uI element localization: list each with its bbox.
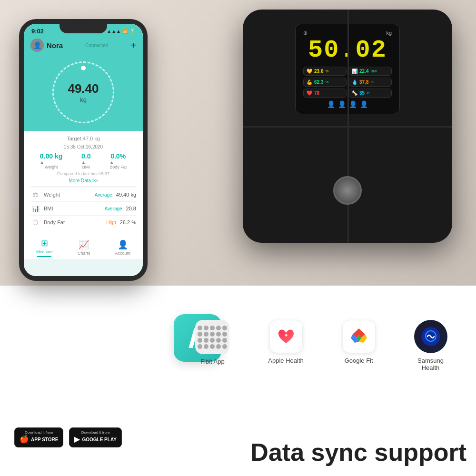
fibit-dot — [198, 344, 202, 349]
weight-row-name: Weight — [44, 192, 91, 198]
scale-metric-fat: 💛 23.6 % — [303, 67, 347, 76]
heart-value: 78 — [314, 90, 319, 96]
target-label: Target:47.0 kg — [30, 136, 136, 141]
app-store-badge[interactable]: Download it from 🍎 APP STORE — [14, 427, 63, 447]
google-play-name: GOOGLE PLAY — [82, 437, 116, 442]
google-play-badge[interactable]: Download it from ▶ GOOGLE PLAY — [69, 427, 121, 447]
scale-people-row: 👤 👤 👤 👤 — [303, 100, 392, 108]
stat-weight-value: 0.00 kg — [40, 152, 62, 160]
stat-bodyfat-change: ▲ — [109, 160, 127, 165]
stat-weight-change: ▲ — [40, 160, 62, 165]
water-unit: lb — [370, 80, 373, 84]
muscle-value: 62.3 — [314, 79, 323, 85]
metric-row-bodyfat: ⬡ Body Fat High 26.2 % — [30, 215, 136, 229]
fat-icon: 💛 — [307, 69, 312, 74]
scale-metric-bone: 🦴 35 lb — [348, 89, 392, 98]
google-fit-label: Google Fit — [345, 357, 373, 364]
water-icon: 💧 — [352, 79, 357, 85]
fibit-dot — [216, 332, 221, 337]
bmi-icon: 📊 — [352, 69, 357, 74]
bodyfat-row-status: High — [106, 220, 116, 225]
connected-label: Connected — [63, 43, 130, 48]
water-value: 37.8 — [359, 79, 368, 85]
bodyfat-row-value: 26.2 % — [120, 219, 136, 225]
nav-charts[interactable]: 📈 Charts — [78, 239, 90, 256]
status-time: 9:02 — [31, 28, 44, 35]
fibit-dot — [204, 326, 208, 330]
metric-row-bmi: 📊 BMI Average 20.8 — [30, 201, 136, 215]
phone-screen: 9:02 ▲▲▲ 📶 🔋 👤 Nora Connected + — [24, 24, 143, 276]
scale-bluetooth-icon: ⊕ — [303, 30, 307, 36]
stat-bodyfat-value: 0.0% — [109, 152, 127, 160]
google-play-prefix: Download it from — [81, 430, 110, 435]
weight-circle: 49.40 kg — [52, 61, 114, 123]
measure-nav-icon: ⊞ — [41, 238, 48, 248]
fibit-dot — [210, 338, 215, 343]
person-icon-2: 👤 — [338, 100, 346, 108]
nav-account[interactable]: 👤 Account — [115, 239, 130, 256]
google-play-icon: ▶ — [74, 435, 80, 444]
samsung-health-icon — [414, 320, 447, 353]
samsung-health-svg — [420, 326, 441, 347]
fibit-dot — [222, 344, 227, 349]
metric-row-weight: ⚖ Weight Average 49.40 kg — [30, 188, 136, 201]
stat-weight-label: Weight — [40, 165, 62, 169]
fibit-dot — [198, 338, 202, 343]
scale-metric-muscle: 💪 62.3 % — [303, 78, 347, 87]
person-icon-1: 👤 — [327, 100, 335, 108]
stat-bodyfat-label: Body Fat — [109, 165, 127, 169]
fibit-dots-grid — [198, 326, 227, 349]
account-nav-label: Account — [115, 251, 130, 256]
person-icon-4: 👤 — [360, 100, 368, 108]
muscle-icon: 💪 — [307, 79, 312, 85]
status-icons: ▲▲▲ 📶 🔋 — [107, 29, 135, 34]
scale-container: ⊕ kg 50.02 💛 23.6 % 📊 22.4 BMI 💪 62.3 — [243, 10, 462, 257]
fibit-dot — [222, 332, 227, 337]
add-button[interactable]: + — [130, 40, 136, 51]
fibit-dot — [198, 332, 202, 337]
scale-metric-bmi: 📊 22.4 BMI — [348, 67, 392, 76]
google-fit-icon — [342, 320, 376, 353]
heart-icon: ❤️ — [307, 90, 312, 96]
scale-metric-heart: ❤️ 78 — [303, 89, 347, 98]
scale-display: ⊕ kg 50.02 💛 23.6 % 📊 22.4 BMI 💪 62.3 — [295, 24, 400, 114]
sync-app-samsung-health: SamsungHealth — [414, 320, 447, 371]
bmi-value: 22.4 — [359, 69, 368, 74]
stat-bmi-change: ▲ — [81, 160, 90, 165]
scale-device: ⊕ kg 50.02 💛 23.6 % 📊 22.4 BMI 💪 62.3 — [243, 10, 452, 243]
more-data-link[interactable]: More Data >> — [30, 178, 136, 183]
app-store-name: APP STORE — [31, 437, 58, 442]
bmi-unit: BMI — [370, 69, 377, 73]
nav-measure[interactable]: ⊞ Measure — [36, 238, 53, 257]
phone-nav: ⊞ Measure 📈 Charts 👤 Account — [24, 234, 143, 259]
sync-app-fibit: Fibit App — [195, 320, 229, 365]
battery-icon: 🔋 — [129, 29, 135, 34]
fibit-dot — [210, 332, 215, 337]
sync-app-apple-health: Apple Health — [268, 320, 303, 364]
user-name: Nora — [47, 41, 63, 50]
charts-nav-label: Charts — [78, 251, 90, 256]
weight-display-unit: kg — [80, 96, 87, 103]
bodyfat-row-name: Body Fat — [44, 219, 102, 225]
weight-row-value: 49.40 kg — [116, 192, 136, 198]
divider-1 — [30, 186, 136, 187]
charts-nav-icon: 📈 — [79, 239, 89, 250]
fibit-dot — [216, 344, 221, 349]
scale-main-weight: 50.02 — [303, 38, 392, 63]
weight-circle-area: 49.40 kg — [24, 57, 143, 131]
phone-container: 9:02 ▲▲▲ 📶 🔋 👤 Nora Connected + — [19, 19, 152, 286]
samsung-health-label: SamsungHealth — [417, 357, 444, 371]
person-icon-3: 👤 — [349, 100, 357, 108]
scale-metric-water: 💧 37.8 lb — [348, 78, 392, 87]
fibit-dot — [222, 326, 227, 330]
bone-value: 35 — [359, 90, 365, 96]
avatar-icon: 👤 — [33, 41, 41, 49]
fibit-dot — [222, 338, 227, 343]
stat-bodyfat: 0.0% ▲ Body Fat — [109, 152, 127, 169]
fibit-dot — [198, 326, 202, 330]
bmi-row-name: BMI — [44, 206, 101, 211]
stat-weight: 0.00 kg ▲ Weight — [40, 152, 62, 169]
wifi-icon: 📶 — [122, 29, 128, 34]
timestamp: 15:38 Oct.16,2020 — [30, 144, 136, 149]
fibit-dot — [210, 326, 215, 330]
